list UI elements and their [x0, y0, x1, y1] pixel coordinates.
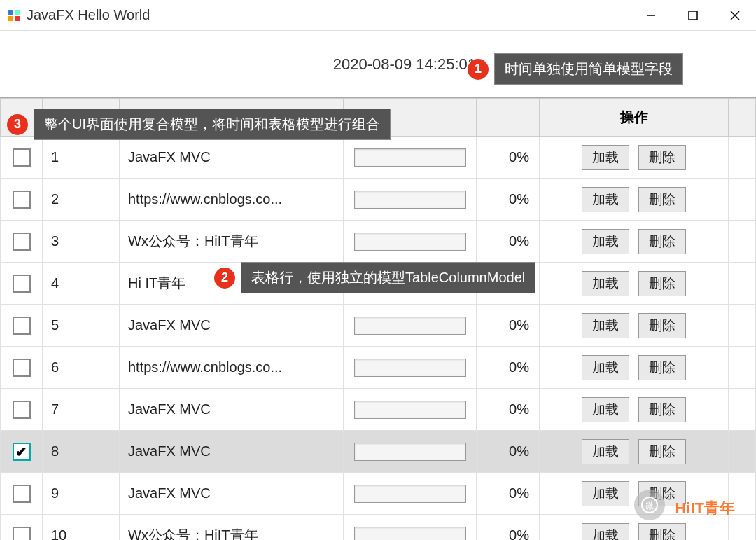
row-checkbox[interactable] — [13, 275, 31, 293]
row-progressbar — [354, 233, 466, 251]
row-id: 5 — [43, 305, 120, 347]
table-row[interactable]: 3 Wx公众号：HiIT青年 0% 加载 删除 — [1, 221, 756, 263]
row-id: 2 — [43, 179, 120, 221]
annotation-badge-1: 1 — [468, 59, 489, 80]
table-row[interactable]: 6 https://www.cnblogs.co... 0% 加载 删除 — [1, 347, 756, 389]
row-checkbox[interactable] — [13, 148, 31, 167]
row-progressbar — [354, 359, 466, 377]
row-checkbox[interactable] — [13, 485, 31, 503]
header-pct[interactable] — [477, 99, 540, 137]
row-progressbar — [354, 485, 466, 503]
watermark-text: HiIT青年 — [675, 498, 735, 519]
titlebar: JavaFX Hello World — [0, 0, 756, 31]
row-pct: 0% — [477, 137, 540, 179]
annotation-3: 3 整个UI界面使用复合模型，将时间和表格模型进行组合 — [7, 109, 391, 140]
timestamp-label: 2020-08-09 14:25:01 — [333, 55, 476, 74]
content-area: 2020-08-09 14:25:01 1 时间单独使用简单模型字段 3 整个U… — [0, 31, 756, 540]
annotation-1: 1 时间单独使用简单模型字段 — [468, 53, 683, 85]
row-pct: 0% — [477, 179, 540, 221]
row-name: JavaFX MVC — [120, 473, 344, 515]
header-ops[interactable]: 操作 — [540, 99, 729, 137]
delete-button[interactable]: 删除 — [638, 313, 686, 338]
svg-rect-2 — [8, 16, 13, 21]
close-button[interactable] — [714, 0, 756, 31]
row-checkbox[interactable] — [13, 527, 31, 541]
row-checkbox[interactable] — [13, 401, 31, 419]
row-checkbox[interactable] — [13, 191, 31, 209]
row-name: Wx公众号：HiIT青年 — [120, 515, 344, 541]
row-checkbox[interactable] — [13, 359, 31, 377]
row-checkbox[interactable] — [13, 317, 31, 335]
row-pct: 0% — [477, 473, 540, 515]
window-controls — [630, 0, 756, 31]
load-button[interactable]: 加载 — [582, 355, 629, 380]
load-button[interactable]: 加载 — [582, 271, 629, 296]
row-id: 9 — [43, 473, 120, 515]
row-id: 4 — [43, 263, 120, 305]
table-row[interactable]: 2 https://www.cnblogs.co... 0% 加载 删除 — [1, 179, 756, 221]
row-id: 7 — [43, 389, 120, 431]
row-id: 3 — [43, 221, 120, 263]
delete-button[interactable]: 删除 — [638, 397, 686, 422]
delete-button[interactable]: 删除 — [638, 145, 686, 170]
row-id: 1 — [43, 137, 120, 179]
row-name: JavaFX MVC — [120, 431, 344, 473]
row-progressbar — [354, 401, 466, 419]
annotation-text-2: 表格行，使用独立的模型TableColumnModel — [241, 262, 536, 293]
svg-rect-1 — [15, 10, 20, 15]
row-name: https://www.cnblogs.co... — [120, 179, 344, 221]
row-pct: 0% — [477, 221, 540, 263]
annotation-text-1: 时间单独使用简单模型字段 — [494, 53, 683, 85]
row-id: 6 — [43, 347, 120, 389]
row-checkbox[interactable] — [13, 443, 31, 461]
window-title: JavaFX Hello World — [27, 7, 150, 23]
delete-button[interactable]: 删除 — [638, 229, 686, 254]
table-row[interactable]: 8 JavaFX MVC 0% 加载 删除 — [1, 431, 756, 473]
row-tail — [729, 179, 756, 221]
minimize-button[interactable] — [630, 0, 672, 31]
header-tail — [729, 99, 756, 137]
row-pct: 0% — [477, 389, 540, 431]
delete-button[interactable]: 删除 — [638, 523, 686, 541]
row-progressbar — [354, 317, 466, 335]
row-tail — [729, 305, 756, 347]
load-button[interactable]: 加载 — [582, 187, 629, 212]
load-button[interactable]: 加载 — [582, 439, 629, 464]
row-pct: 0% — [477, 305, 540, 347]
delete-button[interactable]: 删除 — [638, 439, 686, 464]
row-id: 10 — [43, 515, 120, 541]
row-tail — [729, 347, 756, 389]
row-progressbar — [354, 191, 466, 209]
delete-button[interactable]: 删除 — [638, 187, 686, 212]
row-tail — [729, 431, 756, 473]
delete-button[interactable]: 删除 — [638, 271, 686, 296]
data-table-wrap: 操作 1 JavaFX MVC 0% 加载 删除 2 https://www.c… — [0, 97, 756, 540]
titlebar-left: JavaFX Hello World — [7, 7, 150, 23]
table-row[interactable]: 5 JavaFX MVC 0% 加载 删除 — [1, 305, 756, 347]
load-button[interactable]: 加载 — [582, 397, 629, 422]
maximize-button[interactable] — [672, 0, 714, 31]
row-tail — [729, 221, 756, 263]
row-name: JavaFX MVC — [120, 305, 344, 347]
delete-button[interactable]: 删除 — [638, 355, 686, 380]
watermark-icon: 微 — [634, 490, 665, 520]
load-button[interactable]: 加载 — [582, 229, 629, 254]
row-checkbox[interactable] — [13, 233, 31, 251]
row-progressbar — [354, 527, 466, 541]
load-button[interactable]: 加载 — [582, 481, 629, 506]
svg-rect-0 — [8, 10, 13, 15]
svg-text:微: 微 — [645, 501, 654, 511]
load-button[interactable]: 加载 — [582, 523, 629, 541]
row-name: Wx公众号：HiIT青年 — [120, 221, 344, 263]
row-tail — [729, 137, 756, 179]
row-progressbar — [354, 148, 466, 167]
load-button[interactable]: 加载 — [582, 145, 629, 170]
annotation-text-3: 整个UI界面使用复合模型，将时间和表格模型进行组合 — [34, 109, 391, 140]
table-row[interactable]: 1 JavaFX MVC 0% 加载 删除 — [1, 137, 756, 179]
load-button[interactable]: 加载 — [582, 313, 629, 338]
table-row[interactable]: 7 JavaFX MVC 0% 加载 删除 — [1, 389, 756, 431]
row-pct: 0% — [477, 347, 540, 389]
row-name: JavaFX MVC — [120, 137, 344, 179]
row-progressbar — [354, 443, 466, 461]
row-name: https://www.cnblogs.co... — [120, 347, 344, 389]
